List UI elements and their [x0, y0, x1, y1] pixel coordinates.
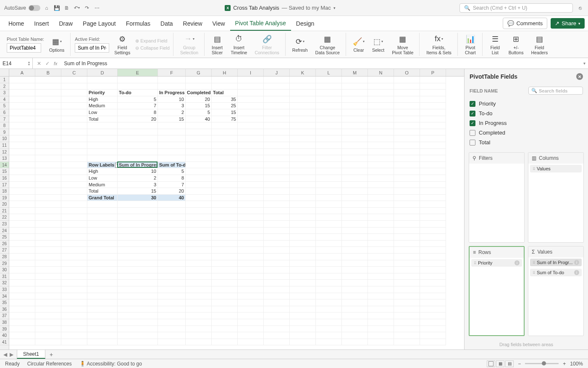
field-name-label: FIELD NAME: [470, 88, 498, 93]
save-icon[interactable]: 💾: [53, 4, 60, 12]
tab-review[interactable]: Review: [178, 17, 207, 30]
pivot-name-input[interactable]: [7, 43, 41, 53]
status-accessibility[interactable]: 🧍 Accessibility: Good to go: [79, 361, 142, 367]
share-button[interactable]: ↗ Share ▾: [551, 18, 585, 29]
rows-item-label: Priority: [478, 260, 492, 265]
filters-area[interactable]: ⚲Filters: [469, 152, 525, 243]
ribbon-mode-icon[interactable]: ⎋: [576, 4, 584, 12]
group-selection-label: Group Selection: [180, 45, 198, 55]
columns-item-values[interactable]: ⠿Values: [530, 165, 582, 172]
values-area[interactable]: ΣValues ⠿Sum of In Progr...i ⠿Sum of To-…: [528, 246, 584, 336]
field-item-priority[interactable]: ✓Priority: [470, 99, 583, 109]
field-item-completed[interactable]: Completed: [470, 128, 583, 138]
field-list-button[interactable]: ☰ Field List: [487, 33, 504, 56]
group-icon: →▾: [184, 34, 194, 44]
cancel-icon[interactable]: ✕: [37, 61, 41, 66]
info-icon[interactable]: i: [574, 260, 579, 265]
name-box[interactable]: E14 ▴▾: [0, 58, 33, 69]
tab-formulas[interactable]: Formulas: [121, 17, 155, 30]
formula-input[interactable]: Sum of In Progress: [62, 61, 581, 66]
comments-button[interactable]: 💬 Comments: [503, 18, 547, 29]
options-button[interactable]: ▦▾ Options: [47, 36, 67, 53]
field-item-total[interactable]: Total: [470, 138, 583, 147]
search-input[interactable]: 🔍 Search (Cmd + Ctrl + U): [459, 3, 573, 13]
tab-data[interactable]: Data: [155, 17, 178, 30]
change-data-source-button[interactable]: ▦ Change Data Source: [313, 33, 342, 56]
options-icon: ▦▾: [52, 37, 62, 47]
search-placeholder: Search (Cmd + Ctrl + U): [473, 5, 527, 11]
select-label: Select: [372, 48, 384, 53]
page-layout-view-button[interactable]: ▦: [496, 360, 504, 367]
field-settings-button[interactable]: ⚙ Field Settings: [112, 33, 133, 56]
confirm-icon[interactable]: ✓: [45, 61, 50, 66]
formula-expand[interactable]: ▾: [581, 61, 588, 66]
print-icon[interactable]: 🗎: [63, 4, 71, 12]
add-sheet-button[interactable]: +: [45, 351, 57, 358]
zoom-in-button[interactable]: +: [563, 361, 566, 367]
fx-icon[interactable]: fx: [54, 61, 58, 66]
insert-slicer-label: Insert Slicer: [212, 45, 223, 55]
checkbox[interactable]: ✓: [470, 120, 475, 126]
pm-buttons-button[interactable]: ⊞ +/- Buttons: [506, 33, 526, 56]
panel-search-input[interactable]: 🔍 Search fields: [528, 87, 583, 95]
collapse-icon: ⊖: [135, 45, 139, 51]
field-headers-button[interactable]: ▤ Field Headers: [528, 33, 550, 56]
tab-insert[interactable]: Insert: [29, 17, 54, 30]
tab-view[interactable]: View: [207, 17, 230, 30]
chevron-down-icon[interactable]: ▾: [333, 6, 336, 10]
next-sheet-button[interactable]: ▶: [10, 352, 13, 357]
sheet-tab-sheet1[interactable]: Sheet1: [17, 350, 45, 359]
normal-view-button[interactable]: [487, 360, 495, 367]
field-list-icon: ☰: [490, 34, 500, 44]
accessibility-label: Accessibility: Good to go: [87, 361, 142, 367]
rows-item-priority[interactable]: ⠿Priorityi: [471, 259, 522, 267]
clear-button[interactable]: 🧹▾ Clear: [350, 36, 367, 53]
tab-draw[interactable]: Draw: [54, 17, 78, 30]
pivot-chart-button[interactable]: 📊 Pivot Chart: [462, 33, 479, 56]
rows-area[interactable]: ≡Rows ⠿Priorityi: [469, 246, 525, 336]
move-pivot-button[interactable]: ▦ Move Pivot Table: [389, 33, 416, 56]
row-headers[interactable]: 1234567891011121314151617181920212223242…: [0, 77, 9, 349]
values-item-todo[interactable]: ⠿Sum of To-doi: [530, 269, 582, 276]
zoom-level[interactable]: 100%: [570, 361, 583, 367]
zoom-slider[interactable]: [525, 363, 559, 364]
redo-icon[interactable]: ↷: [83, 4, 91, 12]
tab-design[interactable]: Design: [291, 17, 320, 30]
columns-icon: ▥: [532, 155, 536, 161]
info-icon[interactable]: i: [574, 270, 579, 275]
checkbox[interactable]: [470, 140, 475, 146]
tab-page-layout[interactable]: Page Layout: [78, 17, 121, 30]
close-panel-button[interactable]: ✕: [576, 73, 583, 80]
checkbox[interactable]: ✓: [470, 101, 475, 107]
select-all-corner[interactable]: [0, 69, 9, 76]
cells-grid[interactable]: PriorityTo-doIn ProgressCompletedTotalHi…: [9, 77, 464, 349]
field-item-in-progress[interactable]: ✓In Progress: [470, 118, 583, 128]
prev-sheet-button[interactable]: ◀: [3, 352, 7, 357]
autosave-toggle[interactable]: AutoSave: [4, 5, 40, 11]
autosave-label: AutoSave: [4, 5, 26, 11]
checkbox[interactable]: ✓: [470, 111, 475, 116]
home-icon[interactable]: ⌂: [43, 4, 50, 12]
undo-icon[interactable]: ↶▾: [73, 4, 81, 12]
fields-items-sets-button[interactable]: fx▾ Fields, Items & Sets: [424, 33, 454, 56]
select-button[interactable]: ⬚▾ Select: [370, 36, 387, 53]
status-circular[interactable]: Circular References: [27, 361, 72, 367]
columns-area[interactable]: ▥Columns ⠿Values: [528, 152, 584, 243]
values-item-in-progress[interactable]: ⠿Sum of In Progr...i: [530, 259, 582, 266]
column-headers[interactable]: ABC DEF GH IJKL MNOP: [0, 69, 464, 77]
insert-slicer-button[interactable]: ▤ Insert Slicer: [209, 33, 226, 56]
name-box-stepper[interactable]: ▴▾: [28, 61, 30, 66]
refresh-button[interactable]: ⟳▾ Refresh: [290, 36, 310, 53]
saved-status[interactable]: — Saved to my Mac: [282, 5, 331, 11]
tab-pivot-table-analyse[interactable]: Pivot Table Analyse: [230, 16, 291, 31]
checkbox[interactable]: [470, 130, 475, 136]
zoom-out-button[interactable]: −: [518, 361, 521, 367]
more-icon[interactable]: ⋯: [93, 4, 101, 12]
info-icon[interactable]: i: [514, 260, 520, 265]
field-item-to-do[interactable]: ✓To-do: [470, 109, 583, 118]
insert-timeline-button[interactable]: ⏱ Insert Timeline: [228, 33, 249, 56]
page-break-view-button[interactable]: ▤: [505, 360, 514, 367]
active-field-input[interactable]: [75, 43, 109, 53]
tab-home[interactable]: Home: [3, 17, 29, 30]
search-icon: 🔍: [531, 88, 537, 93]
